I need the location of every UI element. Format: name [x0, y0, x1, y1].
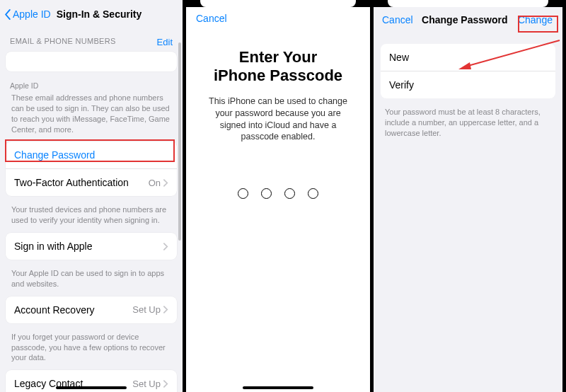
sign-in-note: Your Apple ID can be used to sign in to …	[0, 267, 183, 296]
row-sign-in-apple[interactable]: Sign in with Apple	[6, 233, 177, 260]
two-factor-value: On	[149, 178, 161, 188]
passcode-input[interactable]	[186, 188, 370, 199]
row-label: Sign in with Apple	[14, 241, 93, 252]
sheet-tab	[388, 0, 548, 7]
panel-signin-security: Apple ID Sign-In & Security EMAIL & PHON…	[0, 0, 186, 392]
setup-value: Set Up	[132, 379, 161, 389]
edit-button[interactable]: Edit	[157, 37, 173, 47]
passcode-dot	[261, 188, 272, 199]
passcode-dot	[308, 188, 318, 199]
signin-group: Sign in with Apple	[6, 233, 177, 260]
title-line-1: Enter Your	[186, 48, 370, 67]
field-new-password[interactable]: New	[381, 44, 555, 71]
chevron-right-icon	[163, 380, 168, 388]
change-button[interactable]: Change	[516, 13, 554, 27]
chevron-left-icon	[4, 9, 11, 20]
row-label: Change Password	[14, 149, 95, 161]
field-label: New	[389, 52, 409, 63]
row-account-recovery[interactable]: Account Recovery Set Up	[6, 296, 177, 323]
passcode-title: Enter Your iPhone Passcode	[186, 48, 370, 86]
recovery-group: Account Recovery Set Up	[6, 296, 177, 323]
panel-change-password: Cancel Change Password Change New Verify…	[374, 0, 566, 392]
chevron-right-icon	[163, 179, 168, 187]
section-label: EMAIL & PHONE NUMBERS	[10, 37, 116, 47]
back-button[interactable]: Apple ID	[4, 8, 51, 20]
password-group: Change Password Two-Factor Authenticatio…	[6, 142, 177, 196]
chevron-right-icon	[163, 243, 168, 250]
password-fields: New Verify	[381, 44, 555, 98]
two-factor-note: Your trusted devices and phone numbers a…	[0, 203, 183, 233]
cancel-button[interactable]: Cancel	[382, 14, 413, 25]
field-label: Verify	[389, 79, 414, 91]
page-title: Sign-In & Security	[57, 8, 142, 20]
row-label: Two-Factor Authentication	[14, 177, 129, 188]
passcode-dot	[284, 188, 295, 199]
recovery-note: If you forget your password or device pa…	[0, 330, 183, 371]
password-requirements: Your password must be at least 8 charact…	[374, 105, 562, 140]
page-title: Change Password	[422, 14, 507, 25]
back-label: Apple ID	[13, 8, 51, 20]
title-line-2: iPhone Passcode	[186, 67, 370, 85]
passcode-subtitle: This iPhone can be used to change your p…	[186, 86, 370, 144]
sheet-tab	[200, 0, 356, 7]
row-two-factor[interactable]: Two-Factor Authentication On	[6, 169, 177, 196]
email-footnote: These email addresses and phone numbers …	[0, 91, 183, 142]
apple-id-label: Apple ID	[0, 79, 183, 91]
passcode-dot	[238, 188, 248, 199]
cancel-button[interactable]: Cancel	[196, 13, 227, 24]
scrollbar[interactable]	[178, 42, 181, 241]
panel-enter-passcode: Cancel Enter Your iPhone Passcode This i…	[186, 0, 374, 392]
chevron-right-icon	[163, 306, 168, 313]
setup-value: Set Up	[132, 304, 161, 315]
row-change-password[interactable]: Change Password	[6, 142, 177, 169]
row-label: Account Recovery	[14, 304, 95, 316]
section-header-email: EMAIL & PHONE NUMBERS Edit	[0, 28, 183, 52]
field-verify-password[interactable]: Verify	[381, 71, 555, 98]
nav-bar: Apple ID Sign-In & Security	[0, 0, 183, 28]
home-indicator[interactable]	[56, 386, 127, 389]
email-list[interactable]	[6, 52, 177, 71]
home-indicator[interactable]	[243, 386, 313, 389]
